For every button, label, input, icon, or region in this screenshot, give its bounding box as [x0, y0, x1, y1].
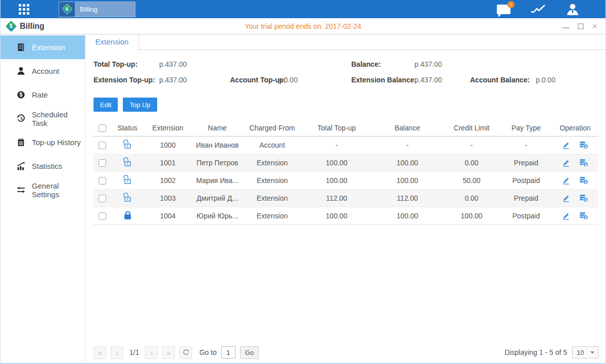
- resource-monitor-icon[interactable]: [531, 4, 546, 14]
- svg-text:$: $: [20, 92, 23, 98]
- lock-status-icon[interactable]: [124, 144, 131, 149]
- sidebar-item-topup-history[interactable]: Top-up History: [1, 130, 85, 154]
- table-row[interactable]: 1002 Мария Ива... Extension 100.00 100.0…: [94, 171, 598, 189]
- top-up-button[interactable]: Top Up: [123, 98, 157, 112]
- cell-extension: 1002: [144, 171, 192, 189]
- sidebar-item-label: Account: [32, 67, 59, 75]
- edit-pencil-icon[interactable]: [562, 194, 570, 202]
- cell-charged-from: Extension: [243, 189, 301, 207]
- account-topup-value: p.0.00: [278, 76, 298, 84]
- account-balance-label: Account Balance:: [470, 76, 530, 84]
- cell-total-topup: 100.00: [301, 154, 372, 171]
- lock-status-icon[interactable]: [124, 197, 131, 202]
- top-up-coins-icon[interactable]: $: [579, 176, 588, 185]
- first-page-button[interactable]: «: [94, 346, 106, 359]
- cell-total-topup: 112.00: [301, 189, 372, 207]
- row-checkbox[interactable]: [99, 195, 106, 202]
- col-charged-from: Charged From: [243, 120, 301, 136]
- tab-strip: Extension: [85, 34, 605, 50]
- row-checkbox[interactable]: [99, 159, 106, 167]
- col-extension: Extension: [144, 120, 192, 136]
- cell-balance: -: [372, 136, 443, 154]
- cell-credit-limit: 50.00: [443, 171, 500, 189]
- row-checkbox[interactable]: [99, 142, 106, 149]
- edit-button[interactable]: Edit: [94, 98, 118, 112]
- bar-chart-icon: [17, 162, 25, 170]
- table-row[interactable]: 1004 Юрий Юрь... Extension 100.00 100.00…: [94, 207, 598, 224]
- balance-label: Balance:: [351, 60, 381, 68]
- cell-credit-limit: 0.00: [443, 189, 500, 207]
- cell-total-topup: 100.00: [301, 207, 372, 224]
- lock-status-icon[interactable]: [124, 179, 131, 184]
- cell-extension: 1004: [144, 207, 192, 224]
- go-button[interactable]: Go: [240, 346, 259, 359]
- taskbar-tab-billing[interactable]: $ Billing: [59, 2, 135, 17]
- sidebar-item-extension[interactable]: Extension: [1, 35, 85, 59]
- messages-icon[interactable]: !: [497, 5, 510, 14]
- cell-extension: 1000: [144, 136, 192, 154]
- cell-balance: 112.00: [372, 189, 443, 207]
- prev-page-button[interactable]: ‹: [111, 346, 123, 359]
- extension-topup-value: p.437.00: [159, 76, 187, 84]
- table-row[interactable]: 1001 Петр Петров Extension 100.00 100.00…: [94, 154, 598, 171]
- cell-balance: 100.00: [372, 207, 443, 224]
- page-size-select[interactable]: 10: [572, 346, 598, 358]
- edit-pencil-icon[interactable]: [562, 159, 570, 167]
- last-page-button[interactable]: »: [162, 346, 175, 359]
- account-balance-value: p.0.00: [536, 76, 555, 84]
- close-button[interactable]: ×: [592, 23, 597, 29]
- sidebar-item-statistics[interactable]: Statistics: [1, 154, 85, 178]
- cell-charged-from: Extension: [243, 171, 301, 189]
- edit-pencil-icon[interactable]: [562, 141, 570, 149]
- table-row[interactable]: 1003 Дмитрий Д... Extension 112.00 112.0…: [94, 189, 598, 207]
- person-icon: [17, 67, 25, 75]
- cell-name: Мария Ива...: [192, 171, 243, 189]
- goto-label: Go to: [199, 348, 216, 356]
- edit-pencil-icon[interactable]: [562, 212, 570, 220]
- cell-total-topup: 100.00: [301, 171, 372, 189]
- sidebar-item-rate[interactable]: $ Rate: [1, 83, 85, 107]
- sidebar-item-label: Top-up History: [32, 138, 81, 147]
- next-page-button[interactable]: ›: [145, 346, 158, 359]
- table-row[interactable]: 1000 Иван Иванов Account - - - -: [94, 136, 598, 154]
- cell-pay-type: Prepaid: [500, 154, 552, 171]
- goto-page-input[interactable]: [221, 346, 236, 358]
- main-content: Extension Total Top-up: p.437.00 Balance…: [85, 34, 605, 363]
- cell-pay-type: Postpaid: [500, 207, 552, 224]
- top-up-coins-icon[interactable]: $: [579, 141, 588, 149]
- lock-status-icon[interactable]: [124, 161, 131, 166]
- displaying-count: Displaying 1 - 5 of 5: [504, 348, 567, 356]
- cell-credit-limit: 0.00: [443, 154, 500, 171]
- select-all-checkbox[interactable]: [99, 124, 106, 132]
- sidebar-item-label: Statistics: [32, 162, 62, 170]
- sidebar-item-scheduled-task[interactable]: Scheduled Task: [1, 107, 85, 130]
- cell-balance: 100.00: [372, 154, 443, 171]
- cell-total-topup: -: [301, 136, 372, 154]
- cell-extension: 1001: [144, 154, 192, 171]
- minimize-button[interactable]: [563, 24, 570, 28]
- balance-summary: Total Top-up: p.437.00 Balance: p.437.00…: [85, 59, 605, 92]
- cell-charged-from: Extension: [243, 154, 301, 171]
- top-up-coins-icon[interactable]: $: [579, 194, 588, 202]
- extension-balance-label: Extension Balance:: [351, 76, 416, 84]
- sidebar-item-label: Scheduled Task: [32, 110, 85, 127]
- window-title: Billing: [20, 22, 44, 31]
- total-topup-label: Total Top-up:: [94, 60, 137, 68]
- sidebar-item-general-settings[interactable]: General Settings: [1, 178, 85, 202]
- row-checkbox[interactable]: [99, 177, 106, 185]
- col-status: Status: [111, 120, 144, 136]
- account-icon[interactable]: [566, 3, 579, 15]
- edit-pencil-icon[interactable]: [562, 176, 570, 185]
- row-checkbox[interactable]: [99, 212, 106, 220]
- lock-status-icon[interactable]: [124, 214, 131, 219]
- total-topup-value: p.437.00: [159, 60, 187, 68]
- refresh-icon[interactable]: [179, 346, 192, 359]
- app-grid-icon[interactable]: [19, 4, 29, 15]
- sidebar-item-account[interactable]: Account: [1, 59, 85, 83]
- col-name: Name: [192, 120, 243, 136]
- cell-pay-type: -: [500, 136, 552, 154]
- top-up-coins-icon[interactable]: $: [579, 159, 588, 167]
- tab-extension[interactable]: Extension: [85, 34, 139, 51]
- maximize-button[interactable]: [578, 23, 584, 29]
- top-up-coins-icon[interactable]: $: [579, 212, 588, 220]
